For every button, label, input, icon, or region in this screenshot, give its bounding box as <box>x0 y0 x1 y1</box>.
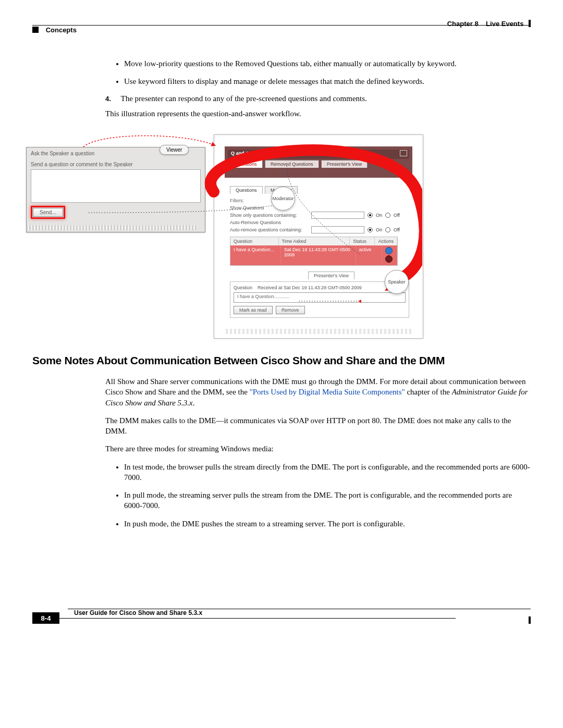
tab-removed-questions[interactable]: Removed Questions <box>265 160 319 168</box>
cell-question: I have a Question... <box>230 245 281 265</box>
col-status: Status <box>350 237 375 245</box>
section-heading: Some Notes About Communication Between C… <box>32 354 445 367</box>
para1-b: chapter of the <box>405 388 452 396</box>
moderator-badge: Moderator <box>271 187 295 211</box>
col-time-asked: Time Asked <box>279 237 350 245</box>
show-only-label: Show only questions containing: <box>230 213 308 218</box>
step-4-text: The presenter can respond to any of the … <box>120 94 366 103</box>
radio-on-label-1: On <box>376 213 382 218</box>
torn-edge-icon <box>26 225 197 230</box>
show-only-radio-on[interactable] <box>368 213 373 218</box>
auto-remove-input[interactable] <box>311 226 364 233</box>
show-questions-label: Show Questions <box>230 205 409 211</box>
popout-icon[interactable] <box>400 150 407 156</box>
footer-rule-bottom <box>59 618 456 619</box>
viewer-badge: Viewer <box>160 145 189 155</box>
moderator-panel: Q and A module Questions Removed Questio… <box>214 134 423 339</box>
header-bar-icon <box>529 20 531 27</box>
section-para-3: There are three modes for streaming Wind… <box>105 443 531 454</box>
top-bullet-list: Move low-priority questions to the Remov… <box>105 58 531 87</box>
step-4-number: 4. <box>105 95 119 103</box>
cell-status: active <box>356 245 382 265</box>
top-bullet-1: Move low-priority questions to the Remov… <box>124 58 531 69</box>
speaker-badge: Speaker <box>385 270 409 294</box>
presenter-question-text: I have a Question............ <box>234 292 406 303</box>
col-question: Question <box>230 237 279 245</box>
radio-off-label-2: Off <box>394 227 400 232</box>
mode-bullet-2: In pull mode, the streaming server pulls… <box>124 490 531 511</box>
delete-action-icon[interactable] <box>385 255 393 263</box>
qa-workflow-figure: Ask the Speaker a question Send a questi… <box>26 134 422 338</box>
para1-c: . <box>193 399 195 407</box>
auto-remove-label: Auto-Remove Questions <box>230 220 409 225</box>
mark-as-read-button[interactable]: Mark as read <box>234 306 273 314</box>
send-instruction-label: Send a question or comment to the Speake… <box>31 162 201 167</box>
subtab-questions[interactable]: Questions <box>230 186 263 194</box>
section-para-1: All Show and Share server communications… <box>105 376 531 408</box>
viewer-panel: Ask the Speaker a question Send a questi… <box>26 147 205 232</box>
header-right: Chapter 8 Live Events <box>447 20 531 28</box>
viewer-question-textarea[interactable] <box>31 169 201 203</box>
send-button[interactable]: Send... <box>33 208 63 217</box>
section-para-2: The DMM makes calls to the DME—it commun… <box>105 415 531 437</box>
qa-module-title: Q and A module <box>228 150 409 159</box>
illustration-intro: This illustration represents the questio… <box>105 108 531 119</box>
modes-bullet-list: In test mode, the browser pulls the stre… <box>105 462 531 529</box>
auto-remove-radio-off[interactable] <box>385 227 390 232</box>
col-actions: Actions <box>375 237 397 245</box>
question-table: Question Time Asked Status Actions I hav… <box>230 237 398 266</box>
radio-on-label-2: On <box>376 227 382 232</box>
mode-bullet-3: In push mode, the DME pushes the stream … <box>124 519 531 529</box>
header-square-icon <box>32 27 39 33</box>
footer-page-number: 8-4 <box>32 612 59 624</box>
header-title: Live Events <box>486 20 523 28</box>
auto-remove-radio-on[interactable] <box>368 227 373 232</box>
presenter-question-label: Question <box>234 285 252 290</box>
forward-action-icon[interactable] <box>385 247 393 254</box>
presenters-view-subtab[interactable]: Presenter's View <box>308 272 354 279</box>
tab-questions[interactable]: Questions <box>230 160 263 168</box>
presenter-received-text: Received at Sat Dec 19 11:43:28 GMT-0500… <box>258 285 362 290</box>
show-only-input[interactable] <box>311 212 364 219</box>
header-chapter: Chapter 8 <box>447 20 479 28</box>
mode-bullet-1: In test mode, the browser pulls the stre… <box>124 462 531 483</box>
filters-label: Filters: <box>230 198 409 203</box>
cell-time: Sat Dec 19 11:43:28 GMT-0500 2009 <box>281 245 356 265</box>
header-section-label: Concepts <box>46 26 77 34</box>
tab-presenters-view[interactable]: Presenter's View <box>321 160 368 168</box>
auto-remove-containing-label: Auto-remove questions containing: <box>230 227 308 232</box>
table-row[interactable]: I have a Question... Sat Dec 19 11:43:28… <box>230 245 397 265</box>
header-left: Concepts <box>32 26 77 34</box>
radio-off-label-1: Off <box>394 213 400 218</box>
ports-link[interactable]: "Ports Used by Digital Media Suite Compo… <box>250 388 405 396</box>
footer-guide-title: User Guide for Cisco Show and Share 5.3.… <box>74 609 202 616</box>
send-button-highlight: Send... <box>31 206 65 219</box>
remove-button[interactable]: Remove <box>276 306 305 314</box>
show-only-radio-off[interactable] <box>385 213 390 218</box>
footer-bar-icon <box>529 616 531 624</box>
cell-actions <box>382 245 397 265</box>
torn-edge-icon-2 <box>226 329 411 334</box>
top-bullet-2: Use keyword filters to display and manag… <box>124 76 531 87</box>
step-4-row: 4. The presenter can respond to any of t… <box>105 94 531 103</box>
